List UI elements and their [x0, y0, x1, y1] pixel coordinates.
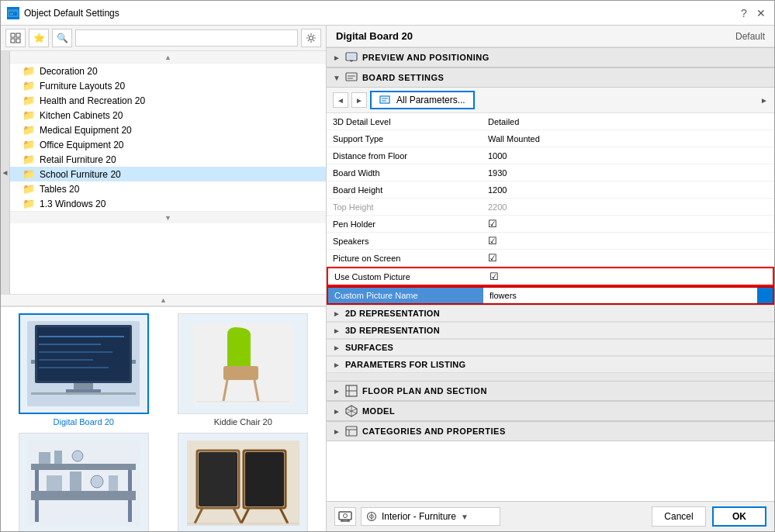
param-value-checkbox: ☑	[483, 268, 773, 285]
bottom-icon-button[interactable]	[334, 507, 356, 526]
default-label: Default	[735, 31, 765, 42]
board-settings-title: BOARD SETTINGS	[362, 73, 444, 82]
param-label-custom-picture: Custom Picture Name	[328, 288, 483, 303]
bottom-right: Cancel OK	[652, 506, 766, 527]
nav-forward-button[interactable]: ►	[351, 92, 367, 108]
board-settings-header[interactable]: ▼ BOARD SETTINGS	[327, 67, 774, 88]
thumbnail-image-digital-board	[19, 313, 149, 414]
dropdown-label: Interior - Furniture	[382, 511, 456, 522]
sub-section-2d[interactable]: ► 2D REPRESENTATION	[327, 305, 774, 322]
svg-rect-6	[16, 39, 20, 43]
svg-rect-29	[31, 464, 136, 470]
tree-item-medical[interactable]: 📁 Medical Equipment 20	[10, 123, 326, 137]
param-label: Board Height	[327, 181, 482, 198]
checkbox-pen-holder[interactable]: ☑	[488, 218, 497, 230]
svg-rect-53	[346, 73, 357, 81]
checkbox-use-custom[interactable]: ☑	[490, 271, 499, 282]
preview-positioning-header[interactable]: ► PREVIEW AND POSITIONING	[327, 47, 774, 67]
section-icon-categories	[345, 425, 358, 437]
nav-back-button[interactable]: ◄	[333, 92, 348, 108]
param-row-speakers: Speakers ☑	[327, 233, 774, 250]
blue-indicator	[757, 288, 773, 303]
svg-rect-33	[70, 472, 81, 491]
section-icon-preview	[345, 51, 358, 64]
thumbnail-kiddie-chair[interactable]: Kiddie Chair 20	[167, 313, 320, 427]
param-value: 2200	[482, 199, 774, 215]
params-area: ► PREVIEW AND POSITIONING ▼	[327, 47, 774, 501]
svg-rect-41	[245, 452, 284, 506]
section-spacer	[327, 373, 774, 381]
svg-rect-17	[74, 383, 93, 389]
thumbnail-digital-board[interactable]: Digital Board 20	[7, 313, 161, 427]
panel-divider[interactable]: ◄	[1, 51, 10, 294]
expand-icon: ►	[333, 387, 341, 396]
folder-icon: 📁	[22, 109, 35, 121]
thumbnail-item-3[interactable]	[7, 433, 161, 531]
star-button[interactable]: ⭐	[29, 29, 49, 47]
section-categories[interactable]: ► CATEGORIES AND PROPERTIES	[327, 421, 774, 441]
param-value: 1000	[482, 147, 774, 164]
svg-point-34	[91, 475, 103, 488]
expand-icon: ►	[333, 326, 341, 335]
params-nav: ◄ ► All Parameters... ►	[327, 88, 774, 113]
tree-item-windows[interactable]: 📁 1.3 Windows 20	[10, 196, 326, 211]
cancel-button[interactable]: Cancel	[652, 506, 706, 527]
toolbar: ⭐ 🔍	[1, 26, 326, 51]
main-content: ⭐ 🔍 ◄ ▲ �	[1, 26, 774, 531]
folder-icon: 📁	[22, 124, 35, 136]
svg-rect-40	[199, 452, 237, 506]
svg-point-38	[72, 451, 83, 461]
section-title: CATEGORIES AND PROPERTIES	[362, 427, 506, 436]
checkbox-picture-on-screen[interactable]: ☑	[488, 252, 497, 264]
thumbnail-image-kiddie-chair	[178, 313, 308, 414]
thumbnail-item-4[interactable]	[167, 433, 320, 531]
checkbox-speakers[interactable]: ☑	[488, 235, 497, 247]
tree-item-label: Furniture Layouts 20	[40, 81, 125, 92]
help-button[interactable]: ?	[737, 6, 751, 20]
param-row-pen-holder: Pen Holder ☑	[327, 216, 774, 233]
tree-item-label: Office Equipment 20	[40, 140, 124, 150]
grid-view-button[interactable]	[5, 29, 26, 47]
section-floor-plan[interactable]: ► FLOOR PLAN AND SECTION	[327, 381, 774, 401]
expand-icon: ►	[333, 427, 341, 436]
section-model[interactable]: ► MODEL	[327, 401, 774, 421]
app-icon	[7, 7, 19, 19]
param-label: Distance from Floor	[327, 147, 482, 164]
sub-section-surfaces[interactable]: ► SURFACES	[327, 339, 774, 356]
bottom-dropdown[interactable]: Interior - Furniture ▼	[361, 507, 500, 526]
dialog: Object Default Settings ? ✕ ⭐ 🔍	[0, 0, 775, 532]
tree-item-office[interactable]: 📁 Office Equipment 20	[10, 137, 326, 152]
tree-panel: ▲ 📁 Decoration 20 📁 Furniture Layouts 20…	[10, 51, 326, 294]
tree-item-decoration[interactable]: 📁 Decoration 20	[10, 64, 326, 78]
svg-rect-36	[39, 452, 50, 464]
search-button[interactable]: 🔍	[52, 29, 72, 47]
expand-icon: ►	[333, 54, 341, 62]
thumbnail-panel: Digital Board 20	[1, 306, 326, 531]
tree-item-retail[interactable]: 📁 Retail Furniture 20	[10, 152, 326, 167]
search-input[interactable]	[75, 29, 298, 47]
param-value-custom-picture[interactable]: flowers	[483, 288, 754, 303]
close-button[interactable]: ✕	[754, 6, 768, 20]
param-value: 1200	[482, 181, 774, 198]
param-label: Board Width	[327, 164, 482, 181]
sub-section-3d[interactable]: ► 3D REPRESENTATION	[327, 322, 774, 339]
svg-rect-30	[35, 470, 39, 491]
ok-button[interactable]: OK	[712, 506, 766, 527]
all-parameters-button[interactable]: All Parameters...	[370, 91, 475, 109]
svg-rect-27	[35, 500, 39, 522]
tree-item-health[interactable]: 📁 Health and Recreation 20	[10, 93, 326, 108]
settings-button[interactable]	[301, 29, 321, 47]
svg-rect-4	[16, 33, 20, 37]
sub-section-params-listing[interactable]: ► PARAMETERS FOR LISTING	[327, 356, 774, 373]
expand-icon: ►	[333, 309, 341, 318]
bottom-sections: ► FLOOR PLAN AND SECTION ►	[327, 381, 774, 441]
param-value: Detailed	[482, 113, 774, 130]
tree-item-kitchen[interactable]: 📁 Kitchen Cabinets 20	[10, 108, 326, 123]
folder-icon: 📁	[22, 154, 35, 165]
tree-item-furniture-layouts[interactable]: 📁 Furniture Layouts 20	[10, 78, 326, 93]
thumbnail-image-3	[19, 433, 149, 531]
tree-item-tables[interactable]: 📁 Tables 20	[10, 181, 326, 196]
param-row-board-height: Board Height 1200	[327, 181, 774, 199]
tree-item-school[interactable]: 📁 School Furniture 20	[10, 167, 326, 181]
svg-rect-21	[223, 366, 258, 380]
